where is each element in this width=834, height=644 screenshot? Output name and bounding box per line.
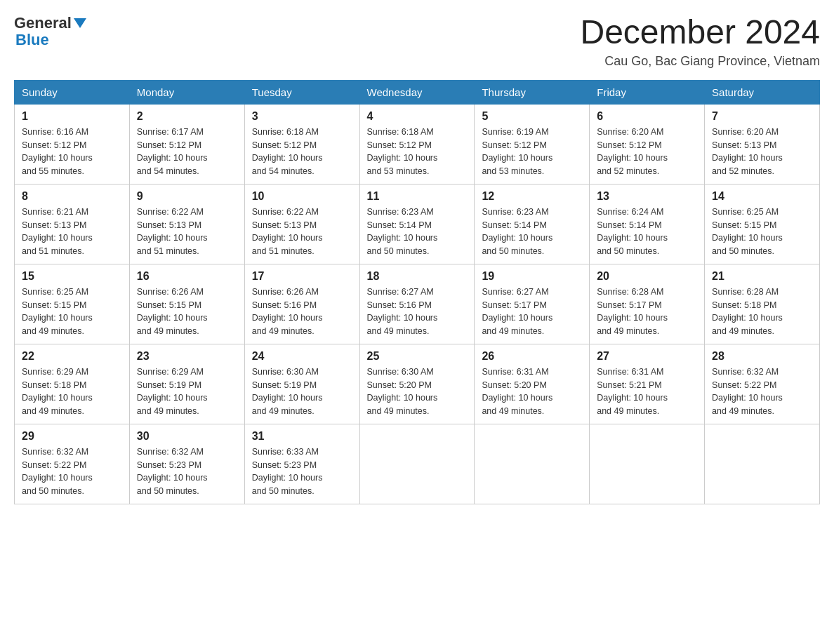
day-number: 2 [137, 110, 237, 123]
table-row: 30 Sunrise: 6:32 AMSunset: 5:23 PMDaylig… [129, 424, 244, 504]
day-number: 14 [712, 190, 812, 203]
day-info: Sunrise: 6:30 AMSunset: 5:19 PMDaylight:… [252, 367, 323, 416]
table-row: 26 Sunrise: 6:31 AMSunset: 5:20 PMDaylig… [475, 344, 590, 424]
table-row: 2 Sunrise: 6:17 AMSunset: 5:12 PMDayligh… [129, 104, 244, 184]
logo-blue-text: Blue [15, 31, 49, 49]
day-number: 21 [712, 270, 812, 283]
day-number: 25 [367, 350, 468, 363]
day-number: 24 [252, 350, 352, 363]
table-row [475, 424, 590, 504]
day-info: Sunrise: 6:18 AMSunset: 5:12 PMDaylight:… [252, 127, 323, 176]
day-number: 9 [137, 190, 237, 203]
table-row: 5 Sunrise: 6:19 AMSunset: 5:12 PMDayligh… [475, 104, 590, 184]
table-row: 3 Sunrise: 6:18 AMSunset: 5:12 PMDayligh… [244, 104, 359, 184]
day-info: Sunrise: 6:32 AMSunset: 5:23 PMDaylight:… [137, 447, 208, 496]
col-thursday: Thursday [475, 80, 590, 104]
page-header: General Blue December 2024 Cau Go, Bac G… [14, 14, 820, 69]
day-number: 13 [597, 190, 697, 203]
day-info: Sunrise: 6:29 AMSunset: 5:19 PMDaylight:… [137, 367, 208, 416]
table-row: 24 Sunrise: 6:30 AMSunset: 5:19 PMDaylig… [244, 344, 359, 424]
day-info: Sunrise: 6:26 AMSunset: 5:16 PMDaylight:… [252, 287, 323, 336]
col-saturday: Saturday [705, 80, 820, 104]
calendar-week-row: 1 Sunrise: 6:16 AMSunset: 5:12 PMDayligh… [15, 104, 820, 184]
day-number: 28 [712, 350, 812, 363]
day-info: Sunrise: 6:21 AMSunset: 5:13 PMDaylight:… [22, 207, 93, 256]
day-info: Sunrise: 6:19 AMSunset: 5:12 PMDaylight:… [482, 127, 552, 176]
day-number: 18 [367, 270, 468, 283]
table-row: 28 Sunrise: 6:32 AMSunset: 5:22 PMDaylig… [705, 344, 820, 424]
day-info: Sunrise: 6:27 AMSunset: 5:16 PMDaylight:… [367, 287, 438, 336]
day-info: Sunrise: 6:16 AMSunset: 5:12 PMDaylight:… [22, 127, 93, 176]
day-info: Sunrise: 6:23 AMSunset: 5:14 PMDaylight:… [367, 207, 438, 256]
day-number: 27 [597, 350, 697, 363]
table-row: 23 Sunrise: 6:29 AMSunset: 5:19 PMDaylig… [129, 344, 244, 424]
table-row: 21 Sunrise: 6:28 AMSunset: 5:18 PMDaylig… [705, 264, 820, 344]
day-info: Sunrise: 6:18 AMSunset: 5:12 PMDaylight:… [367, 127, 438, 176]
location-subtitle: Cau Go, Bac Giang Province, Vietnam [580, 54, 820, 69]
day-info: Sunrise: 6:26 AMSunset: 5:15 PMDaylight:… [137, 287, 208, 336]
table-row: 19 Sunrise: 6:27 AMSunset: 5:17 PMDaylig… [475, 264, 590, 344]
table-row: 16 Sunrise: 6:26 AMSunset: 5:15 PMDaylig… [129, 264, 244, 344]
day-info: Sunrise: 6:28 AMSunset: 5:17 PMDaylight:… [597, 287, 668, 336]
table-row: 15 Sunrise: 6:25 AMSunset: 5:15 PMDaylig… [15, 264, 130, 344]
day-info: Sunrise: 6:31 AMSunset: 5:21 PMDaylight:… [597, 367, 668, 416]
title-block: December 2024 Cau Go, Bac Giang Province… [580, 14, 820, 69]
calendar-week-row: 29 Sunrise: 6:32 AMSunset: 5:22 PMDaylig… [15, 424, 820, 504]
table-row: 12 Sunrise: 6:23 AMSunset: 5:14 PMDaylig… [475, 184, 590, 264]
logo-general-text: General [14, 14, 72, 32]
logo: General Blue [14, 14, 86, 49]
table-row: 27 Sunrise: 6:31 AMSunset: 5:21 PMDaylig… [590, 344, 705, 424]
calendar-week-row: 22 Sunrise: 6:29 AMSunset: 5:18 PMDaylig… [15, 344, 820, 424]
day-info: Sunrise: 6:24 AMSunset: 5:14 PMDaylight:… [597, 207, 668, 256]
day-number: 17 [252, 270, 352, 283]
table-row: 10 Sunrise: 6:22 AMSunset: 5:13 PMDaylig… [244, 184, 359, 264]
day-number: 22 [22, 350, 122, 363]
day-number: 10 [252, 190, 352, 203]
day-info: Sunrise: 6:31 AMSunset: 5:20 PMDaylight:… [482, 367, 552, 416]
col-friday: Friday [590, 80, 705, 104]
day-number: 7 [712, 110, 812, 123]
day-number: 11 [367, 190, 468, 203]
table-row: 7 Sunrise: 6:20 AMSunset: 5:13 PMDayligh… [705, 104, 820, 184]
table-row: 18 Sunrise: 6:27 AMSunset: 5:16 PMDaylig… [359, 264, 475, 344]
calendar-week-row: 8 Sunrise: 6:21 AMSunset: 5:13 PMDayligh… [15, 184, 820, 264]
col-sunday: Sunday [15, 80, 130, 104]
table-row: 1 Sunrise: 6:16 AMSunset: 5:12 PMDayligh… [15, 104, 130, 184]
day-info: Sunrise: 6:20 AMSunset: 5:12 PMDaylight:… [597, 127, 668, 176]
day-info: Sunrise: 6:22 AMSunset: 5:13 PMDaylight:… [137, 207, 208, 256]
day-number: 29 [22, 430, 122, 443]
day-number: 26 [482, 350, 582, 363]
day-number: 15 [22, 270, 122, 283]
day-number: 8 [22, 190, 122, 203]
day-number: 16 [137, 270, 237, 283]
month-title: December 2024 [580, 14, 820, 51]
day-number: 1 [22, 110, 122, 123]
table-row: 14 Sunrise: 6:25 AMSunset: 5:15 PMDaylig… [705, 184, 820, 264]
table-row: 8 Sunrise: 6:21 AMSunset: 5:13 PMDayligh… [15, 184, 130, 264]
table-row: 13 Sunrise: 6:24 AMSunset: 5:14 PMDaylig… [590, 184, 705, 264]
day-number: 30 [137, 430, 237, 443]
day-number: 6 [597, 110, 697, 123]
day-info: Sunrise: 6:25 AMSunset: 5:15 PMDaylight:… [712, 207, 783, 256]
table-row: 6 Sunrise: 6:20 AMSunset: 5:12 PMDayligh… [590, 104, 705, 184]
day-number: 23 [137, 350, 237, 363]
day-info: Sunrise: 6:29 AMSunset: 5:18 PMDaylight:… [22, 367, 93, 416]
day-number: 31 [252, 430, 352, 443]
table-row: 17 Sunrise: 6:26 AMSunset: 5:16 PMDaylig… [244, 264, 359, 344]
day-number: 19 [482, 270, 582, 283]
day-info: Sunrise: 6:20 AMSunset: 5:13 PMDaylight:… [712, 127, 783, 176]
day-number: 5 [482, 110, 582, 123]
table-row: 31 Sunrise: 6:33 AMSunset: 5:23 PMDaylig… [244, 424, 359, 504]
table-row: 11 Sunrise: 6:23 AMSunset: 5:14 PMDaylig… [359, 184, 475, 264]
table-row: 4 Sunrise: 6:18 AMSunset: 5:12 PMDayligh… [359, 104, 475, 184]
table-row: 22 Sunrise: 6:29 AMSunset: 5:18 PMDaylig… [15, 344, 130, 424]
table-row: 9 Sunrise: 6:22 AMSunset: 5:13 PMDayligh… [129, 184, 244, 264]
table-row: 29 Sunrise: 6:32 AMSunset: 5:22 PMDaylig… [15, 424, 130, 504]
day-number: 20 [597, 270, 697, 283]
day-info: Sunrise: 6:32 AMSunset: 5:22 PMDaylight:… [712, 367, 783, 416]
table-row: 20 Sunrise: 6:28 AMSunset: 5:17 PMDaylig… [590, 264, 705, 344]
day-info: Sunrise: 6:32 AMSunset: 5:22 PMDaylight:… [22, 447, 93, 496]
logo-arrow-icon [74, 18, 86, 28]
svg-marker-0 [74, 18, 86, 28]
day-info: Sunrise: 6:27 AMSunset: 5:17 PMDaylight:… [482, 287, 552, 336]
